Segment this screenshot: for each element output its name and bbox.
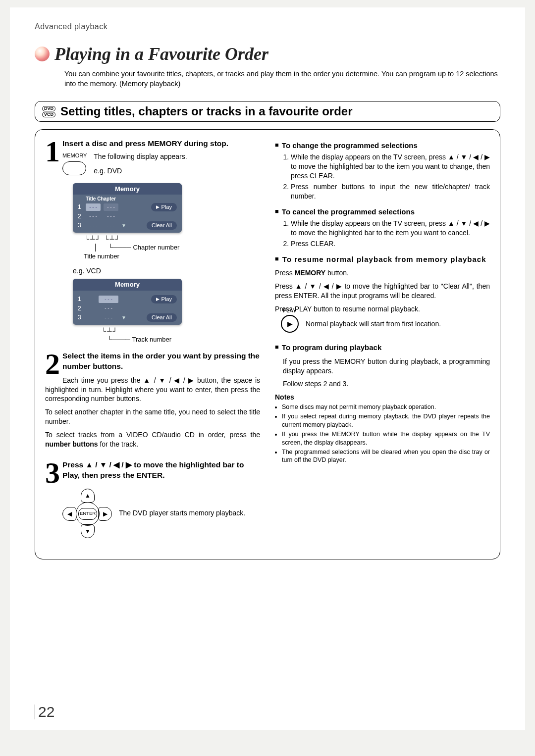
dpad-left-icon: ◀ bbox=[62, 507, 76, 521]
step-2-p3: To select tracks from a VIDEO CD/audio C… bbox=[45, 430, 260, 449]
memory-label: MEMORY bbox=[62, 152, 87, 159]
right-column: To change the programmed selections Whil… bbox=[275, 139, 490, 550]
dpad-down-icon: ▼ bbox=[81, 524, 95, 538]
step-2: 2 Select the items in the order you want… bbox=[45, 351, 260, 453]
notes-heading: Notes bbox=[275, 393, 490, 402]
step-2-number: 2 bbox=[45, 352, 60, 376]
osd-cell-track-1: - - - bbox=[99, 296, 118, 303]
osd-cell: - - - bbox=[99, 304, 118, 312]
osd-dvd-header: Memory bbox=[73, 183, 182, 195]
osd-row-num: 1 bbox=[78, 203, 83, 211]
page-number: 22 bbox=[35, 705, 54, 719]
list-item: If you press the MEMORY button while the… bbox=[282, 430, 490, 447]
osd-cell: - - - bbox=[86, 222, 101, 229]
breadcrumb: Advanced playback bbox=[35, 22, 500, 31]
arrow-combo-icon: ▲ / ▼ / ◀ / ▶ bbox=[448, 219, 490, 227]
left-column: 1 Insert a disc and press MEMORY during … bbox=[45, 139, 265, 550]
step-1-number: 1 bbox=[45, 140, 60, 163]
section-heading: Setting titles, chapters or tracks in a … bbox=[60, 104, 353, 118]
list-item: Press CLEAR. bbox=[291, 239, 490, 249]
eg-dvd-label: e.g. DVD bbox=[94, 166, 187, 176]
osd-cell: - - - bbox=[86, 212, 101, 220]
resume-p1: Press MEMORY button. bbox=[275, 268, 490, 278]
osd-cell-title-1: - - - bbox=[86, 203, 101, 211]
osd-cell: - - - bbox=[104, 212, 118, 220]
step-3: 3 Press ▲ / ▼ / ◀ / ▶ to move the highli… bbox=[45, 460, 260, 543]
disc-badges: DVD VCD bbox=[42, 105, 55, 118]
notes-list: Some discs may not permit memory playbac… bbox=[275, 403, 490, 464]
osd-vcd-header: Memory bbox=[73, 279, 182, 291]
step-3-result: The DVD player starts memory playback. bbox=[119, 508, 260, 518]
program-during-p2: Follow steps 2 and 3. bbox=[283, 379, 490, 389]
change-selections-heading: To change the programmed selections bbox=[275, 141, 490, 151]
dpad-right-icon: ▶ bbox=[98, 507, 112, 521]
step-2-heading: Select the items in the order you want b… bbox=[45, 351, 260, 372]
osd-clear-all-button: Clear All bbox=[147, 221, 177, 230]
dpad-up-icon: ▲ bbox=[81, 489, 95, 503]
osd-cell: - - - bbox=[99, 314, 118, 321]
play-triangle-icon: ▶ bbox=[156, 296, 160, 302]
headline: Playing in a Favourite Order bbox=[35, 44, 500, 64]
dpad-enter-icon: ENTER bbox=[76, 502, 100, 526]
list-item: Some discs may not permit memory playbac… bbox=[282, 403, 490, 411]
step-1-heading: Insert a disc and press MEMORY during st… bbox=[45, 139, 260, 149]
intro-text: You can combine your favourite titles, c… bbox=[64, 69, 500, 89]
play-triangle-icon: ▶ bbox=[156, 204, 160, 210]
cancel-selections-list: While the display appears on the TV scre… bbox=[284, 219, 490, 249]
osd-row-num: 2 bbox=[78, 304, 83, 312]
vcd-badge: VCD bbox=[42, 112, 55, 117]
program-during-p1: If you press the MEMORY button during pl… bbox=[283, 357, 490, 376]
cancel-selections-heading: To cancel the programmed selections bbox=[275, 207, 490, 217]
step-3-number: 3 bbox=[45, 461, 60, 485]
list-item: If you select repeat during memory playb… bbox=[282, 412, 490, 429]
change-selections-list: While the display appears on the TV scre… bbox=[284, 152, 490, 201]
play-icon-row: PLAY ▶ Normal playback will start from f… bbox=[275, 318, 490, 333]
list-item: The programmed selections will be cleare… bbox=[282, 448, 490, 465]
play-button-icon: ▶ bbox=[281, 315, 299, 333]
osd-row-num: 2 bbox=[78, 212, 83, 220]
resume-normal-heading: To resume normal playback from memory pl… bbox=[275, 254, 490, 264]
arrow-combo-icon: ▲ / ▼ / ◀ / ▶ bbox=[143, 376, 194, 384]
content-box: 1 Insert a disc and press MEMORY during … bbox=[35, 129, 500, 559]
step-3-heading: Press ▲ / ▼ / ◀ / ▶ to move the highligh… bbox=[45, 460, 260, 481]
title-number-label: Title number bbox=[84, 252, 260, 261]
arrow-combo-icon: ▲ / ▼ / ◀ / ▶ bbox=[295, 282, 342, 290]
step-1: 1 Insert a disc and press MEMORY during … bbox=[45, 139, 260, 344]
osd-row-num: 1 bbox=[78, 295, 83, 303]
osd-row-num: 3 bbox=[78, 221, 83, 229]
osd-dvd-subhead: Title Chapter bbox=[73, 195, 182, 202]
osd-clear-all-button: Clear All bbox=[147, 313, 177, 322]
bullet-sphere-icon bbox=[35, 47, 50, 61]
arrow-combo-icon: ▲ / ▼ / ◀ / ▶ bbox=[448, 153, 490, 161]
osd-vcd: Memory 1 - - - ▶Play 2 - - - bbox=[73, 279, 182, 324]
osd-play-button: ▶Play bbox=[151, 295, 177, 303]
program-during-heading: To program during playback bbox=[275, 343, 490, 353]
section-heading-box: DVD VCD Setting titles, chapters or trac… bbox=[35, 101, 500, 122]
dpad-icon: ▲ ▼ ◀ ▶ ENTER bbox=[62, 489, 112, 538]
osd-row-num: 3 bbox=[78, 313, 83, 321]
osd-cell: - - - bbox=[104, 222, 118, 229]
page: Advanced playback Playing in a Favourite… bbox=[10, 7, 525, 730]
osd-dvd: Memory Title Chapter 1 - - - - - - ▶Play… bbox=[73, 183, 182, 233]
list-item: Press number buttons to input the new ti… bbox=[291, 182, 490, 201]
dvd-badge: DVD bbox=[42, 106, 55, 111]
eg-vcd-label: e.g. VCD bbox=[73, 266, 260, 276]
vcd-note: └┴┘ └──── Track number bbox=[73, 327, 260, 344]
page-title: Playing in a Favourite Order bbox=[54, 44, 268, 64]
resume-p2: Press ▲ / ▼ / ◀ / ▶ to move the highligh… bbox=[275, 282, 490, 301]
memory-button-icon bbox=[62, 161, 86, 175]
step-2-p2: To select another chapter in the same ti… bbox=[45, 407, 260, 426]
resume-p4: Normal playback will start from first lo… bbox=[306, 319, 441, 329]
play-label: PLAY bbox=[283, 307, 489, 314]
following-display-text: The following display appears. bbox=[94, 152, 187, 161]
list-item: While the display appears on the TV scre… bbox=[291, 152, 490, 181]
osd-cell-chapter-1: - - - bbox=[104, 203, 118, 211]
list-item: While the display appears on the TV scre… bbox=[291, 219, 490, 238]
osd-play-button: ▶Play bbox=[151, 203, 177, 211]
step-2-p1: Each time you press the ▲ / ▼ / ◀ / ▶ bu… bbox=[45, 376, 260, 404]
arrow-combo-icon: ▲ / ▼ / ◀ / ▶ bbox=[86, 460, 132, 469]
dvd-note: └┴┘ └┴┘ │ └──── Chapter number Title num… bbox=[73, 235, 260, 261]
